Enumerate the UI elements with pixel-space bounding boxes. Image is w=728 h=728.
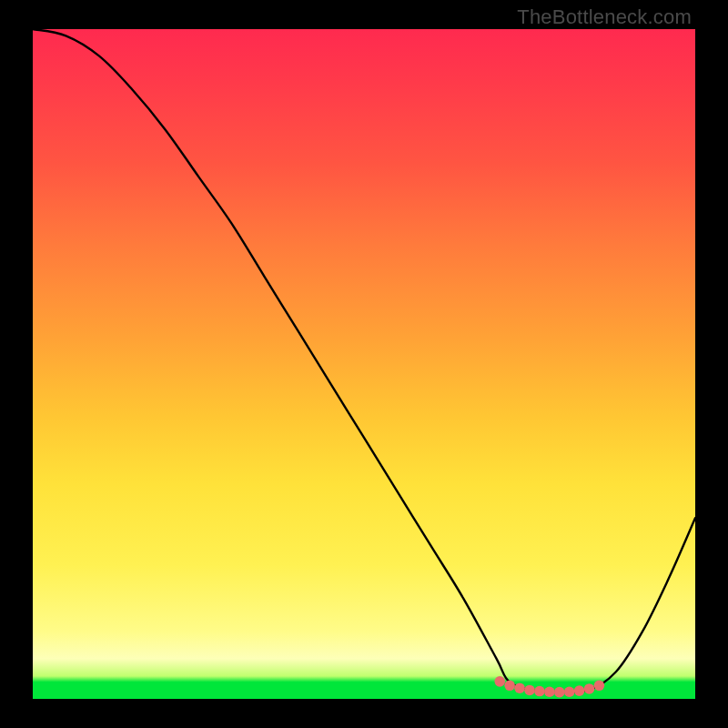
- highlight-dot: [544, 686, 555, 697]
- highlight-dot: [494, 676, 505, 687]
- watermark-text: TheBottleneck.com: [517, 5, 692, 29]
- highlight-dot: [514, 682, 525, 693]
- highlight-dot: [554, 687, 565, 698]
- highlight-dot: [524, 685, 535, 696]
- plot-area: [33, 29, 695, 699]
- highlight-dot: [504, 680, 515, 691]
- chart-svg: [33, 29, 695, 699]
- bottleneck-curve: [33, 29, 695, 693]
- highlight-dot: [564, 686, 575, 697]
- highlight-dots-group: [494, 676, 604, 697]
- highlight-dot: [534, 686, 545, 697]
- highlight-dot: [574, 685, 585, 696]
- chart-frame: TheBottleneck.com: [0, 0, 728, 728]
- highlight-dot: [584, 683, 595, 694]
- highlight-dot: [594, 680, 605, 691]
